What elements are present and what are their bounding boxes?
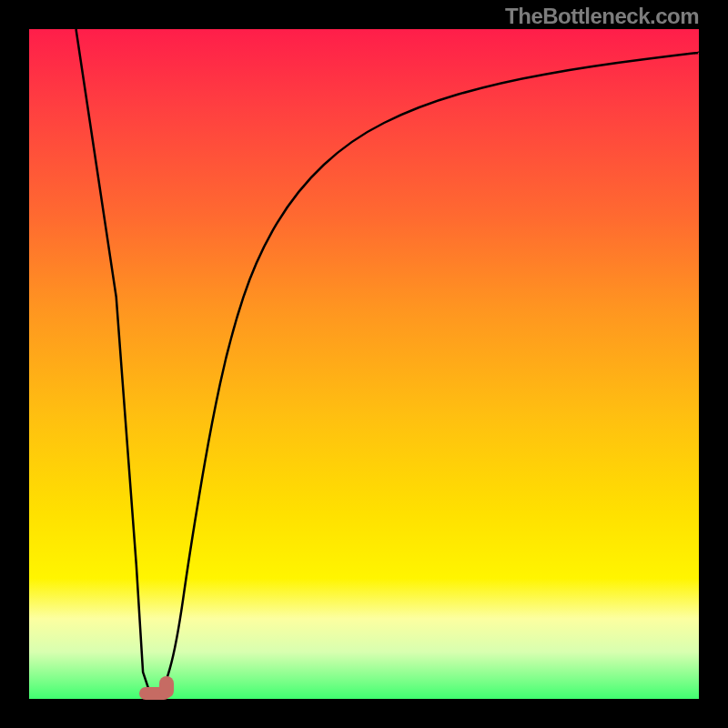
chart-frame: TheBottleneck.com xyxy=(0,0,728,728)
optimal-marker-v xyxy=(159,676,174,698)
curve-layer xyxy=(29,29,699,699)
bottleneck-curve xyxy=(76,29,700,694)
attribution-watermark: TheBottleneck.com xyxy=(505,4,699,29)
